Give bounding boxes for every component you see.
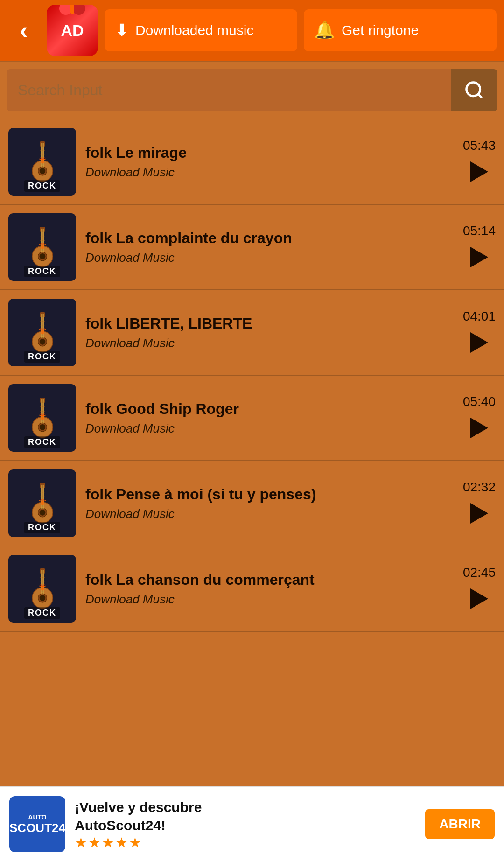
song-duration: 04:01 [463,309,496,324]
song-title: folk Pense à moi (si tu y penses) [85,485,454,503]
album-art: ROCK [8,299,76,366]
song-duration: 02:45 [463,565,496,580]
music-list-item[interactable]: ROCK folk La chanson du commerçant Downl… [0,546,504,632]
music-list-item[interactable]: ROCK folk La complainte du crayon Downlo… [0,205,504,290]
genre-label: ROCK [24,180,60,192]
play-triangle-icon [470,247,488,267]
ad-text-line2: AutoScout24! [75,816,416,834]
song-duration: 05:14 [463,224,496,238]
music-list-item[interactable]: ROCK folk Pense à moi (si tu y penses) D… [0,461,504,546]
ad-logo-top: AUTO [28,813,46,821]
play-button[interactable] [465,499,493,527]
album-art: ROCK [8,128,76,196]
ad-logo-text: AD [61,21,84,40]
music-list-item[interactable]: ROCK folk LIBERTE, LIBERTE Download Musi… [0,290,504,376]
play-triangle-icon [470,588,488,609]
download-music-label: Download Music [85,165,454,180]
svg-point-61 [41,416,44,420]
downloaded-music-label: Downloaded music [135,22,253,38]
play-triangle-icon [470,418,488,438]
music-info: folk Good Ship Roger Download Music [85,400,454,436]
song-title: folk La chanson du commerçant [85,571,454,588]
ringtone-label: Get ringtone [342,22,419,38]
album-art: ROCK [8,469,76,537]
autoscout-logo: AUTO SCOUT24 [9,796,65,852]
song-title: folk Le mirage [85,144,454,161]
music-info: folk LIBERTE, LIBERTE Download Music [85,315,454,350]
song-duration: 05:43 [463,138,496,153]
music-info: folk La chanson du commerçant Download M… [85,571,454,607]
svg-point-89 [39,595,45,601]
back-arrow-icon: ‹ [20,18,28,42]
ad-text-line1: ¡Vuelve y descubre [75,798,416,816]
song-duration: 05:40 [463,394,496,409]
svg-point-57 [39,424,45,430]
play-button[interactable] [465,329,493,357]
download-music-label: Download Music [85,507,454,521]
svg-point-77 [41,502,44,505]
svg-point-45 [41,331,44,335]
svg-point-29 [41,245,44,249]
get-ringtone-button[interactable]: 🔔 Get ringtone [304,9,497,51]
svg-point-41 [39,339,45,345]
music-list-item[interactable]: ROCK folk Le mirage Download Music 05:43 [0,119,504,205]
play-triangle-icon [470,332,488,353]
download-music-label: Download Music [85,251,454,265]
ad-text-block: ¡Vuelve y descubre AutoScout24! ★★★★★ [75,798,416,851]
search-button[interactable] [451,69,497,111]
genre-label: ROCK [24,266,60,277]
header: ‹ AD ⬇ Downloaded music 🔔 Get ringtone [0,0,504,61]
download-music-label: Download Music [85,421,454,436]
search-bar [0,61,504,119]
genre-label: ROCK [24,522,60,533]
duration-play-group: 05:43 [463,138,496,186]
svg-line-1 [478,94,482,98]
play-button[interactable] [465,243,493,271]
duration-play-group: 04:01 [463,309,496,357]
song-title: folk Good Ship Roger [85,400,454,418]
svg-point-93 [41,587,44,591]
song-duration: 02:32 [463,480,496,495]
duration-play-group: 02:32 [463,480,496,527]
downloaded-music-button[interactable]: ⬇ Downloaded music [105,9,297,51]
ad-logo: AD [47,5,98,56]
song-title: folk LIBERTE, LIBERTE [85,315,454,332]
svg-point-0 [467,83,480,96]
music-list-item[interactable]: ROCK folk Good Ship Roger Download Music… [0,376,504,461]
ad-logo-bottom: SCOUT24 [9,821,65,835]
ad-stars: ★★★★★ [75,834,416,851]
svg-point-9 [39,168,45,174]
genre-label: ROCK [24,607,60,619]
back-button[interactable]: ‹ [7,14,40,47]
music-info: folk Le mirage Download Music [85,144,454,180]
download-icon: ⬇ [115,21,129,40]
bell-icon: 🔔 [314,21,335,40]
music-info: folk Pense à moi (si tu y penses) Downlo… [85,485,454,521]
song-title: folk La complainte du crayon [85,229,454,247]
album-art: ROCK [8,555,76,623]
search-input[interactable] [7,69,451,111]
play-button[interactable] [465,414,493,442]
svg-point-73 [39,510,45,516]
duration-play-group: 05:40 [463,394,496,442]
genre-label: ROCK [24,351,60,363]
music-info: folk La complainte du crayon Download Mu… [85,229,454,265]
ad-banner: AUTO SCOUT24 ¡Vuelve y descubre AutoScou… [0,786,504,861]
album-art: ROCK [8,384,76,452]
play-button[interactable] [465,158,493,186]
ad-abrir-button[interactable]: ABRIR [425,809,495,839]
svg-point-25 [39,253,45,259]
svg-point-13 [41,160,44,164]
duration-play-group: 02:45 [463,565,496,613]
play-triangle-icon [470,161,488,182]
genre-label: ROCK [24,436,60,448]
album-art: ROCK [8,213,76,281]
duration-play-group: 05:14 [463,224,496,271]
download-music-label: Download Music [85,592,454,607]
download-music-label: Download Music [85,336,454,350]
music-list: ROCK folk Le mirage Download Music 05:43 [0,119,504,632]
play-triangle-icon [470,503,488,524]
play-button[interactable] [465,585,493,613]
